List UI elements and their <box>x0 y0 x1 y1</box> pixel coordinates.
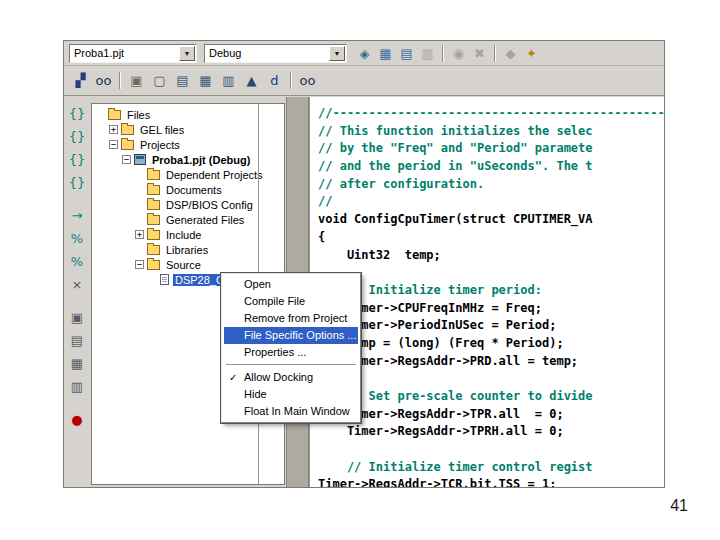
grid-icon-button[interactable]: ▦ <box>195 70 216 91</box>
hand-icon-button[interactable]: ◉ <box>449 44 468 63</box>
menu-item-open[interactable]: Open <box>224 276 358 293</box>
scope-icon-button[interactable]: ▞ <box>70 70 91 91</box>
toolbar-separator <box>290 72 292 89</box>
code-line: // This function initializes the selec <box>318 123 664 141</box>
tree-indent-spacer <box>135 249 147 250</box>
menu-item-label: File Specific Options ... <box>244 329 357 341</box>
tree-item-files[interactable]: Files <box>92 107 284 122</box>
display-icon: ▢ <box>153 74 165 87</box>
watch-window-strip-icon-button[interactable]: ▤ <box>68 331 87 350</box>
sheet-icon-button[interactable]: ▥ <box>218 70 239 91</box>
code-line: Uint32 temp; <box>318 247 664 265</box>
step-into-icon-button[interactable]: {} <box>68 104 87 123</box>
step-into-icon: {} <box>69 107 86 120</box>
run-to-cursor-icon-button[interactable]: {} <box>68 173 87 192</box>
code-line: Timer->RegsAddr->TPRH.all = 0; <box>318 423 664 441</box>
code-line <box>318 441 664 459</box>
delete-icon-button[interactable]: ✖ <box>470 44 489 63</box>
collapse-minus-icon[interactable]: − <box>122 155 131 164</box>
tree-item-libraries[interactable]: Libraries <box>92 242 284 257</box>
toolbar-separator <box>442 45 444 62</box>
project-combo[interactable]: Proba1.pjt ▼ <box>69 44 197 63</box>
folder-icon <box>147 185 160 195</box>
folder-icon <box>121 140 134 150</box>
tree-item-label: Generated Files <box>164 214 246 226</box>
tree-item-include[interactable]: +Include <box>92 227 284 242</box>
memory-window-icon-button[interactable]: ▤ <box>397 44 416 63</box>
code-line: // Set pre-scale counter to divide <box>318 388 664 406</box>
folder-icon <box>147 230 160 240</box>
tree-item-generated-files[interactable]: Generated Files <box>92 212 284 227</box>
expand-plus-icon[interactable]: + <box>135 230 144 239</box>
dsp-graph-icon-button[interactable]: d <box>264 70 285 91</box>
collapse-minus-icon[interactable]: − <box>109 140 118 149</box>
chart-icon-button[interactable]: ▲ <box>241 70 262 91</box>
profile-clock-icon: % <box>71 232 83 245</box>
probe-point-icon-button[interactable]: ◆ <box>501 44 520 63</box>
wrench-icon-button[interactable]: ✦ <box>522 44 541 63</box>
code-line: // after configuration. <box>318 176 664 194</box>
tree-item-projects[interactable]: −Projects <box>92 137 284 152</box>
code-line: { <box>318 229 664 247</box>
code-line: //--------------------------------------… <box>318 105 664 123</box>
build-config-combo[interactable]: Debug ▼ <box>204 44 347 63</box>
register-strip-icon-button[interactable]: ▥ <box>68 377 87 396</box>
menu-item-hide[interactable]: Hide <box>224 386 358 403</box>
search-icon-button[interactable]: oo <box>93 70 114 91</box>
code-line: Timer->PeriodInUSec = Period; <box>318 317 664 335</box>
menu-separator <box>226 364 356 366</box>
grid-icon: ▦ <box>199 74 211 87</box>
layers-icon: ◈ <box>360 47 370 60</box>
tree-item-dsp-bios-config[interactable]: DSP/BIOS Config <box>92 197 284 212</box>
app-window: Proba1.pjt ▼ Debug ▼ ◈▦▤▥◉✖◆✦ ▞oo▣▢▤▦▥▲d… <box>63 40 665 488</box>
code-line: temp = (long) (Freq * Period); <box>318 335 664 353</box>
tree-item-proba1-pjt-debug[interactable]: −Proba1.pjt (Debug) <box>92 152 284 167</box>
run-to-cursor-icon: {} <box>69 176 86 189</box>
display-icon-button[interactable]: ▢ <box>149 70 170 91</box>
collapse-minus-icon[interactable]: − <box>135 260 144 269</box>
tree-item-documents[interactable]: Documents <box>92 182 284 197</box>
toolbar-separator <box>494 45 496 62</box>
scope-icon: ▞ <box>76 74 86 87</box>
windows-icon-button[interactable]: ▤ <box>172 70 193 91</box>
clipboard-icon-button[interactable]: ▣ <box>126 70 147 91</box>
memory-strip-icon-button[interactable]: ▦ <box>68 354 87 373</box>
edit-window-icon-button[interactable]: ▣ <box>68 308 87 327</box>
menu-item-properties[interactable]: Properties ... <box>224 344 358 361</box>
halt-icon-button[interactable]: × <box>68 275 87 294</box>
watch-window-icon-button[interactable]: ▦ <box>376 44 395 63</box>
menu-item-float-in-main-window[interactable]: Float In Main Window <box>224 403 358 420</box>
layers-icon-button[interactable]: ◈ <box>355 44 374 63</box>
code-editor[interactable]: //--------------------------------------… <box>309 97 664 487</box>
probe-point-icon: ◆ <box>506 47 516 60</box>
menu-item-remove-from-project[interactable]: Remove from Project <box>224 310 358 327</box>
chevron-down-icon[interactable]: ▼ <box>329 46 345 61</box>
main-area: {}{}{}{}→%%×▣▤▦▥● Files+GEL files−Projec… <box>64 97 664 487</box>
chevron-down-icon[interactable]: ▼ <box>179 46 195 61</box>
tree-item-gel-files[interactable]: +GEL files <box>92 122 284 137</box>
menu-item-label: Properties ... <box>244 346 306 358</box>
menu-item-allow-docking[interactable]: ✓Allow Docking <box>224 369 358 386</box>
profile-clock-icon-button[interactable]: % <box>68 229 87 248</box>
tree-item-dependent-projects[interactable]: Dependent Projects <box>92 167 284 182</box>
code-line: // and the period in "uSeconds". The t <box>318 158 664 176</box>
folder-icon <box>147 245 160 255</box>
breakpoint-icon-button[interactable]: ● <box>68 410 87 429</box>
memory-strip-icon: ▦ <box>71 357 83 370</box>
tree-item-source[interactable]: −Source <box>92 257 284 272</box>
delete-icon: ✖ <box>474 47 485 60</box>
menu-item-compile-file[interactable]: Compile File <box>224 293 358 310</box>
profile-stats-icon-button[interactable]: % <box>68 252 87 271</box>
folder-icon <box>147 170 160 180</box>
menu-item-file-specific-options[interactable]: File Specific Options ... <box>224 327 358 344</box>
register-window-icon-button[interactable]: ▥ <box>418 44 437 63</box>
run-icon-button[interactable]: → <box>68 206 87 225</box>
code-line: // Initialize timer control regist <box>318 459 664 477</box>
tree-indent-spacer <box>135 174 147 175</box>
step-over-icon-button[interactable]: {} <box>68 127 87 146</box>
expand-plus-icon[interactable]: + <box>109 125 118 134</box>
menu-item-label: Hide <box>244 388 267 400</box>
step-out-icon-button[interactable]: {} <box>68 150 87 169</box>
search-2-icon-button[interactable]: oo <box>297 70 318 91</box>
run-icon: → <box>72 209 83 222</box>
